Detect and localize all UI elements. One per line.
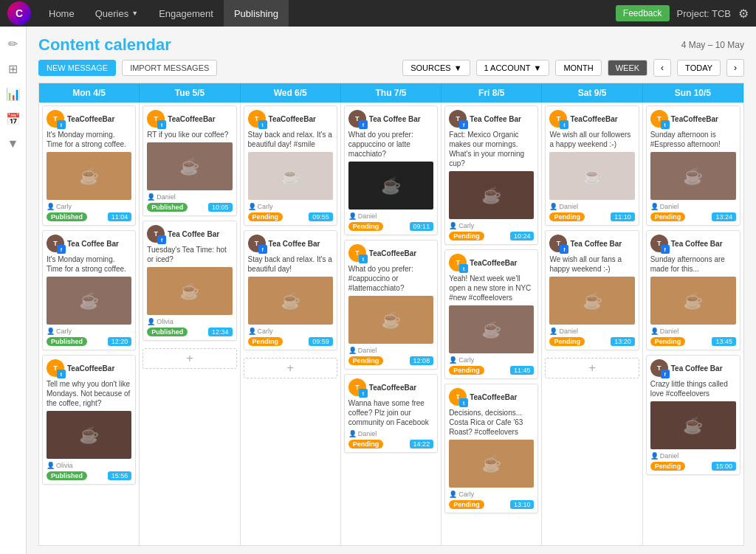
post-author-name: 👤 Carly — [47, 328, 72, 335]
prev-week-button[interactable]: ‹ — [653, 59, 671, 77]
fb-badge: f — [661, 245, 670, 254]
post-time: 13:10 — [510, 500, 535, 509]
import-messages-button[interactable]: IMPORT MESSAGES — [122, 60, 217, 76]
next-week-button[interactable]: › — [726, 59, 744, 77]
tw-badge: t — [459, 264, 468, 273]
post-author-name: 👤 Carly — [248, 203, 273, 210]
post-author-name: 👤 Carly — [47, 203, 72, 210]
post-card[interactable]: TtTeaCoffeeBarYeah! Next week we'll open… — [444, 249, 538, 379]
add-post-button[interactable]: + — [545, 358, 639, 378]
post-avatar: Tf — [348, 110, 366, 128]
feedback-button[interactable]: Feedback — [616, 5, 670, 21]
new-message-button[interactable]: NEW MESSAGE — [38, 60, 116, 76]
post-account-name: TeaCoffeeBar — [67, 364, 131, 373]
post-header: TtTeaCoffeeBar — [449, 254, 534, 271]
status-badge: Pending — [449, 232, 484, 240]
fb-badge: f — [661, 370, 670, 378]
post-image: ☕ — [147, 142, 232, 190]
post-card[interactable]: TfTea Coffee BarSunday afternoons are ma… — [646, 230, 740, 350]
day-header-6: Sun 10/5 — [643, 83, 743, 103]
post-card[interactable]: TtTeaCoffeeBarWhat do you prefer: #cappu… — [344, 240, 438, 370]
post-header: TfTea Coffee Bar — [449, 110, 534, 128]
post-time: 11:45 — [510, 366, 535, 375]
post-card[interactable]: TtTeaCoffeeBarSunday afternoon is #Espre… — [646, 105, 740, 226]
post-account-name: TeaCoffeeBar — [470, 393, 534, 401]
app-logo[interactable]: C — [7, 1, 31, 25]
gear-icon[interactable]: ⚙ — [738, 7, 749, 21]
add-post-button[interactable]: + — [142, 348, 236, 369]
post-header: TtTeaCoffeeBar — [47, 110, 131, 128]
day-col-1: TtTeaCoffeeBarRT if you like our coffee?… — [140, 103, 240, 545]
post-avatar: Tt — [147, 110, 165, 128]
nav-home-label: Home — [49, 8, 75, 19]
post-card[interactable]: TfTea Coffee BarTuesday's Tea Time: hot … — [142, 221, 236, 341]
post-account-name: TeaCoffeeBar — [369, 384, 433, 392]
post-card[interactable]: TtTeaCoffeeBarWe wish all our followers … — [545, 105, 639, 226]
chevron-down-icon: ▼ — [454, 63, 462, 72]
sidebar-filter-icon[interactable]: ▼ — [2, 133, 24, 155]
post-image: ☕ — [549, 277, 634, 325]
post-card[interactable]: TfTea Coffee BarIt's Monday morning. Tim… — [42, 230, 136, 350]
sources-filter[interactable]: SOURCES ▼ — [402, 60, 470, 76]
status-badge: Pending — [348, 356, 384, 365]
post-image: ☕ — [449, 171, 534, 219]
status-badge: Pending — [549, 212, 585, 221]
post-card[interactable]: TfTea Coffee BarWe wish all our fans a h… — [545, 230, 639, 350]
post-header: TtTeaCoffeeBar — [348, 378, 433, 396]
post-image: ☕ — [348, 296, 433, 344]
post-card[interactable]: TtTeaCoffeeBarIt's Monday morning. Time … — [42, 105, 136, 226]
post-header: TfTea Coffee Bar — [549, 235, 634, 252]
fb-badge: f — [560, 245, 568, 254]
sidebar-calendar-icon[interactable]: 📅 — [2, 108, 24, 130]
post-avatar: Tf — [147, 225, 165, 243]
post-author-name: 👤 Carly — [449, 356, 474, 364]
post-time: 11:04 — [108, 212, 132, 221]
post-card[interactable]: TfTea Coffee BarWhat do you prefer: capp… — [344, 105, 438, 235]
nav-engagement[interactable]: Engagement — [148, 0, 224, 27]
post-account-name: TeaCoffeeBar — [67, 115, 131, 123]
sidebar-chart-icon[interactable]: 📊 — [2, 83, 24, 105]
post-image: ☕ — [348, 162, 433, 210]
post-card[interactable]: TfTea Coffee BarCrazy little things call… — [646, 355, 740, 475]
post-avatar: Tt — [348, 378, 366, 396]
post-image: ☕ — [47, 152, 131, 200]
today-button[interactable]: TODAY — [677, 60, 721, 76]
post-card[interactable]: TtTeaCoffeeBarRT if you like our coffee?… — [142, 105, 236, 216]
status-badge: Pending — [449, 366, 484, 375]
post-time: 10:24 — [510, 232, 535, 240]
month-view-button[interactable]: MONTH — [555, 60, 601, 76]
post-card[interactable]: TtTeaCoffeeBarStay back and relax. It's … — [244, 105, 337, 226]
post-avatar: Tf — [650, 235, 668, 252]
post-text: Tell me why you don't like Mondays. Not … — [47, 379, 131, 408]
nav-home[interactable]: Home — [38, 0, 85, 27]
post-author-name: 👤 Olivia — [47, 462, 73, 469]
post-card[interactable]: TtTeaCoffeeBarTell me why you don't like… — [42, 355, 136, 485]
add-post-button[interactable]: + — [244, 358, 337, 378]
post-header: TfTea Coffee Bar — [650, 359, 736, 377]
post-account-name: Tea Coffee Bar — [67, 240, 131, 248]
post-account-name: TeaCoffeeBar — [671, 115, 736, 123]
post-card[interactable]: TfTea Coffee BarStay back and relax. It'… — [244, 230, 337, 350]
post-image: ☕ — [47, 277, 131, 325]
nav-publishing[interactable]: Publishing — [224, 0, 289, 27]
post-image: ☕ — [449, 305, 534, 353]
post-author-name: 👤 Daniel — [348, 347, 377, 354]
post-card[interactable]: TtTeaCoffeeBarWanna have some free coffe… — [344, 374, 438, 453]
post-avatar: Tf — [549, 235, 567, 252]
post-author-name: 👤 Daniel — [348, 430, 377, 437]
post-card[interactable]: TfTea Coffee BarFact: Mexico Organic mak… — [444, 105, 538, 245]
post-author-name: 👤 Daniel — [650, 328, 679, 335]
account-filter[interactable]: 1 ACCOUNT ▼ — [476, 60, 550, 76]
week-view-button[interactable]: WEEK — [608, 60, 647, 76]
nav-queries[interactable]: Queries ▼ — [85, 0, 148, 27]
status-badge: Published — [147, 203, 188, 212]
post-time: 13:45 — [712, 337, 736, 346]
post-account-name: TeaCoffeeBar — [369, 249, 433, 257]
status-badge: Pending — [248, 337, 284, 346]
post-time: 14:22 — [410, 440, 434, 449]
post-header: TtTeaCoffeeBar — [549, 110, 634, 128]
sidebar-edit-icon[interactable]: ✏ — [2, 32, 24, 55]
tw-badge: t — [661, 120, 670, 129]
sidebar-bookmark-icon[interactable]: ⊞ — [2, 58, 24, 80]
post-card[interactable]: TtTeaCoffeeBarDecisions, decisions... Co… — [444, 384, 538, 513]
